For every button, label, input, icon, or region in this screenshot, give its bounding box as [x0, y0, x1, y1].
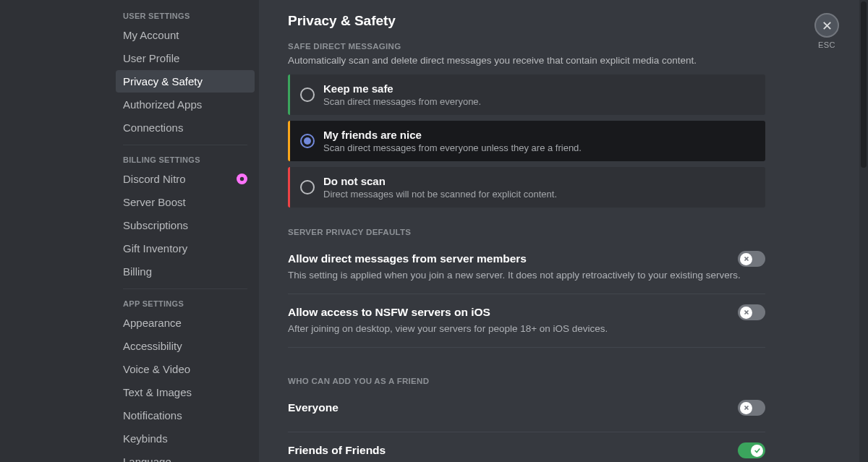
setting-row: Allow access to NSFW servers on iOSAfter…: [288, 294, 765, 348]
sidebar-item-discord-nitro[interactable]: Discord Nitro: [116, 168, 255, 190]
sidebar-item-authorized-apps[interactable]: Authorized Apps: [116, 93, 255, 116]
close-icon: [740, 253, 752, 265]
sidebar-item-connections[interactable]: Connections: [116, 116, 255, 139]
sidebar-item-notifications[interactable]: Notifications: [116, 404, 255, 427]
close-button[interactable]: [814, 13, 839, 38]
sidebar-item-billing[interactable]: Billing: [116, 260, 255, 283]
sidebar-item-label: My Account: [123, 29, 179, 41]
radio-option-title: Keep me safe: [323, 82, 481, 95]
sidebar-item-label: Privacy & Safety: [123, 75, 203, 87]
safe-dm-option-0[interactable]: Keep me safeScan direct messages from ev…: [288, 74, 765, 115]
sidebar-item-privacy-safety[interactable]: Privacy & Safety: [116, 70, 255, 93]
toggle-switch[interactable]: [738, 304, 765, 320]
sidebar-item-label: Gift Inventory: [123, 242, 187, 254]
section-desc-safedm: Automatically scan and delete direct mes…: [288, 55, 765, 66]
section-heading-friends: WHO CAN ADD YOU AS A FRIEND: [288, 377, 765, 385]
setting-desc: After joining on desktop, view your serv…: [288, 323, 765, 334]
radio-icon: [300, 134, 315, 148]
sidebar-section-heading: APP SETTINGS: [116, 295, 255, 311]
setting-row: Friends of Friends: [288, 432, 765, 462]
safe-dm-option-1[interactable]: My friends are niceScan direct messages …: [288, 121, 765, 161]
sidebar-item-user-profile[interactable]: User Profile: [116, 47, 255, 69]
sidebar-item-label: Text & Images: [123, 386, 192, 398]
toggle-switch[interactable]: [738, 251, 765, 267]
setting-desc: This setting is applied when you join a …: [288, 270, 765, 281]
radio-option-title: My friends are nice: [323, 129, 582, 141]
sidebar-item-label: Discord Nitro: [123, 173, 186, 185]
sidebar-item-label: Voice & Video: [123, 363, 190, 375]
sidebar-item-voice-video[interactable]: Voice & Video: [116, 358, 255, 380]
sidebar-item-label: Subscriptions: [123, 219, 188, 231]
sidebar-item-my-account[interactable]: My Account: [116, 24, 255, 46]
settings-sidebar: USER SETTINGSMy AccountUser ProfilePriva…: [109, 0, 259, 462]
scrollbar-thumb[interactable]: [861, 1, 867, 168]
sidebar-item-label: Appearance: [123, 317, 182, 329]
sidebar-item-keybinds[interactable]: Keybinds: [116, 427, 255, 450]
section-heading-safedm: SAFE DIRECT MESSAGING: [288, 42, 765, 51]
close-icon: [740, 402, 752, 414]
setting-row: Allow direct messages from server member…: [288, 241, 765, 294]
close-label: ESC: [814, 40, 839, 49]
sidebar-item-label: User Profile: [123, 52, 179, 64]
setting-title: Allow access to NSFW servers on iOS: [288, 306, 765, 319]
toggle-switch[interactable]: [738, 400, 765, 416]
safe-dm-option-2[interactable]: Do not scanDirect messages will not be s…: [288, 167, 765, 208]
sidebar-item-label: Server Boost: [123, 196, 186, 208]
sidebar-item-label: Connections: [123, 121, 183, 134]
sidebar-item-server-boost[interactable]: Server Boost: [116, 191, 255, 213]
sidebar-item-label: Keybinds: [123, 432, 168, 445]
sidebar-item-accessibility[interactable]: Accessibility: [116, 335, 255, 357]
sidebar-item-label: Notifications: [123, 409, 182, 422]
setting-title: Everyone: [288, 401, 765, 414]
sidebar-section-heading: USER SETTINGS: [116, 7, 255, 23]
toggle-switch[interactable]: [738, 442, 765, 458]
nitro-icon: [237, 174, 247, 184]
sidebar-section-heading: BILLING SETTINGS: [116, 151, 255, 167]
setting-title: Allow direct messages from server member…: [288, 252, 765, 265]
close-icon: [740, 307, 752, 319]
radio-icon: [300, 180, 315, 194]
sidebar-item-label: Accessibility: [123, 340, 182, 352]
section-heading-serverprivacy: SERVER PRIVACY DEFAULTS: [288, 228, 765, 236]
sidebar-item-text-images[interactable]: Text & Images: [116, 381, 255, 403]
sidebar-item-label: Language: [123, 455, 171, 462]
sidebar-item-language[interactable]: Language: [116, 450, 255, 462]
radio-option-desc: Scan direct messages from everyone.: [323, 96, 481, 107]
page-title: Privacy & Safety: [288, 13, 765, 29]
scrollbar[interactable]: [859, 0, 868, 462]
sidebar-item-subscriptions[interactable]: Subscriptions: [116, 214, 255, 236]
sidebar-item-gift-inventory[interactable]: Gift Inventory: [116, 237, 255, 260]
setting-title: Friends of Friends: [288, 444, 765, 457]
radio-option-desc: Scan direct messages from everyone unles…: [323, 142, 582, 153]
radio-option-desc: Direct messages will not be scanned for …: [323, 189, 557, 200]
setting-row: Everyone: [288, 390, 765, 432]
sidebar-item-appearance[interactable]: Appearance: [116, 312, 255, 334]
settings-pane: ESC Privacy & Safety SAFE DIRECT MESSAGI…: [259, 0, 868, 462]
sidebar-item-label: Authorized Apps: [123, 98, 202, 111]
svg-point-0: [240, 177, 244, 181]
radio-option-title: Do not scan: [323, 175, 557, 187]
radio-icon: [300, 87, 315, 102]
sidebar-item-label: Billing: [123, 265, 152, 278]
check-icon: [751, 445, 763, 457]
